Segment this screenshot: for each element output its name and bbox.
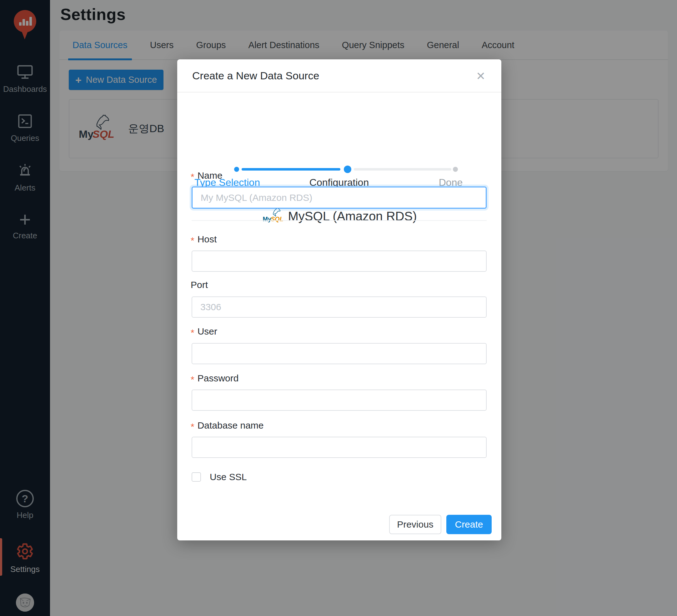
mysql-logo-small-icon: My SQL. bbox=[262, 208, 283, 225]
svg-text:My: My bbox=[263, 216, 271, 223]
name-input[interactable] bbox=[192, 187, 487, 209]
modal-header: Create a New Data Source ✕ bbox=[177, 59, 501, 92]
required-marker: * bbox=[191, 235, 194, 246]
close-icon[interactable]: ✕ bbox=[474, 69, 488, 83]
step-dot-active bbox=[344, 165, 351, 173]
user-input[interactable] bbox=[192, 343, 487, 364]
step-dot-pending bbox=[453, 167, 458, 172]
modal-title: Create a New Data Source bbox=[192, 70, 319, 82]
host-field-label: * Host bbox=[191, 233, 217, 245]
datasource-type-heading: My SQL. MySQL (Amazon RDS) bbox=[177, 206, 501, 226]
step-line-finished bbox=[241, 168, 341, 171]
port-input[interactable] bbox=[192, 296, 487, 318]
database-name-input[interactable] bbox=[192, 437, 487, 458]
use-ssl-checkbox[interactable] bbox=[192, 472, 201, 482]
user-field-label: * User bbox=[191, 325, 217, 338]
svg-text:SQL.: SQL. bbox=[271, 216, 283, 223]
datasource-type-title: MySQL (Amazon RDS) bbox=[288, 209, 417, 223]
previous-button[interactable]: Previous bbox=[389, 515, 441, 534]
use-ssl-row: Use SSL bbox=[192, 467, 246, 487]
password-input[interactable] bbox=[192, 389, 487, 411]
use-ssl-label: Use SSL bbox=[210, 472, 246, 482]
database-name-field-label: * Database name bbox=[191, 419, 264, 432]
section-divider bbox=[192, 220, 487, 221]
required-marker: * bbox=[191, 421, 194, 432]
name-field-label: * Name bbox=[191, 169, 223, 182]
step-line-pending bbox=[354, 168, 451, 171]
host-input[interactable] bbox=[192, 250, 487, 272]
password-field-label: * Password bbox=[191, 372, 238, 384]
port-field-label: Port bbox=[191, 279, 208, 291]
create-button[interactable]: Create bbox=[446, 515, 492, 534]
required-marker: * bbox=[191, 172, 194, 182]
required-marker: * bbox=[191, 327, 194, 338]
create-data-source-modal: Create a New Data Source ✕ Type Selectio… bbox=[177, 59, 501, 540]
required-marker: * bbox=[191, 374, 194, 385]
step-dot-finished bbox=[234, 167, 239, 172]
